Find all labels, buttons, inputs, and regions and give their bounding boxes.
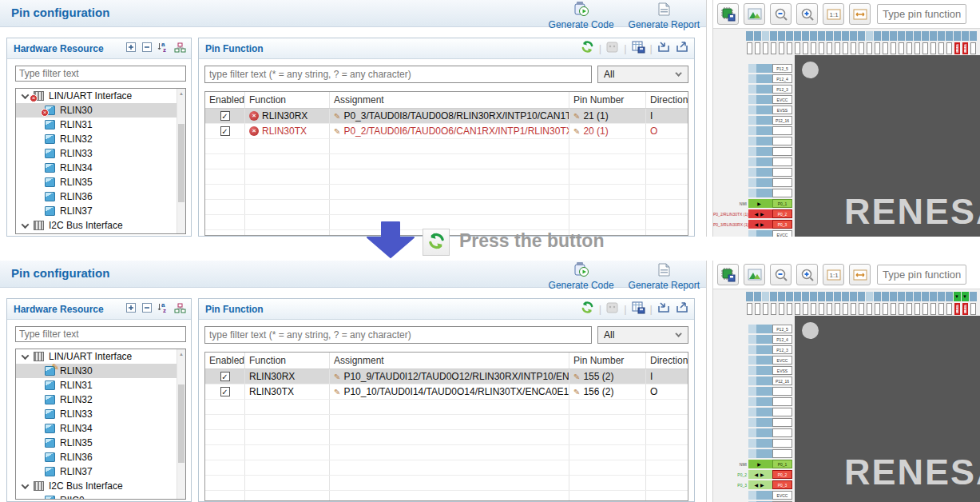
- package-pin[interactable]: [873, 31, 881, 54]
- package-pin[interactable]: NMI ▶ P0_1: [713, 459, 792, 469]
- package-pin[interactable]: [897, 31, 905, 54]
- tree-view-icon[interactable]: [174, 42, 186, 56]
- sort-az-icon[interactable]: az: [157, 301, 169, 317]
- chevron-down-icon[interactable]: [22, 91, 30, 99]
- package-pin[interactable]: EVCC: [713, 490, 792, 500]
- col-function[interactable]: Function: [245, 92, 330, 108]
- generate-report-button[interactable]: Generate Report: [629, 261, 700, 291]
- generate-code-button[interactable]: Generate Code: [549, 261, 614, 291]
- package-pin[interactable]: [857, 31, 865, 54]
- package-pin[interactable]: [713, 448, 792, 459]
- table-row[interactable]: RLIN30RX P0_3/TAUD0I8/TAUD0O8/RLIN30RX/I…: [205, 109, 688, 124]
- save-table-icon[interactable]: [632, 301, 645, 317]
- package-pin[interactable]: [777, 292, 785, 315]
- package-pin[interactable]: [945, 31, 953, 54]
- package-pin[interactable]: [809, 31, 817, 54]
- tree-view-icon[interactable]: [174, 302, 186, 317]
- package-pin[interactable]: [905, 292, 913, 315]
- tree-item[interactable]: RLIN36: [16, 189, 185, 204]
- scrollbar-thumb[interactable]: [178, 124, 184, 202]
- package-pin[interactable]: [841, 292, 849, 315]
- collapse-all-icon[interactable]: [141, 42, 153, 56]
- collapse-all-icon[interactable]: [141, 302, 153, 317]
- tree-item[interactable]: RLIN37: [16, 464, 185, 479]
- tree-item[interactable]: RLIN36: [16, 450, 185, 464]
- col-pin-number[interactable]: Pin Number: [569, 92, 646, 108]
- package-pin[interactable]: EVSS: [713, 105, 792, 115]
- package-pin[interactable]: [745, 292, 753, 315]
- filter-scope-dropdown[interactable]: All: [597, 326, 688, 344]
- package-pin[interactable]: [857, 292, 865, 315]
- package-pin[interactable]: [785, 292, 793, 315]
- chevron-down-icon[interactable]: [22, 352, 30, 360]
- col-direction[interactable]: Direction: [646, 353, 688, 369]
- package-pin[interactable]: [785, 31, 793, 54]
- tree-item[interactable]: RLIN35: [16, 175, 185, 189]
- pin-number-value[interactable]: 20 (1): [583, 126, 608, 137]
- package-pin[interactable]: P12_16: [713, 376, 792, 386]
- assignment-value[interactable]: P10_9/TAUD0I12/TAUD0O12/RLIN30RX/INTP10/…: [343, 371, 569, 382]
- package-pin[interactable]: EVCC: [713, 229, 792, 237]
- tree-item[interactable]: RLIN30: [16, 364, 185, 378]
- package-pin[interactable]: [713, 188, 792, 198]
- assignment-value[interactable]: P0_2/TAUD0I6/TAUD0O6/CAN1RX/INTP1/RLIN30…: [343, 126, 569, 137]
- zoom-out-button[interactable]: [770, 264, 792, 285]
- tree-item[interactable]: RLIN32: [16, 132, 185, 146]
- package-pin[interactable]: P12_4: [713, 334, 792, 345]
- scroll-up-icon[interactable]: ▲: [177, 349, 185, 358]
- tree-item[interactable]: RLIN31: [16, 118, 185, 132]
- enabled-checkbox[interactable]: [220, 126, 230, 136]
- package-pin[interactable]: [793, 31, 801, 54]
- col-pin-number[interactable]: Pin Number: [569, 353, 646, 369]
- tree-item[interactable]: RIIC0: [16, 493, 185, 500]
- package-pin[interactable]: [841, 31, 849, 54]
- package-pin[interactable]: [929, 292, 937, 315]
- zoom-in-button[interactable]: [796, 264, 818, 285]
- package-pin[interactable]: P12_5: [713, 63, 792, 74]
- package-pin[interactable]: [921, 31, 929, 54]
- package-pin[interactable]: [713, 428, 792, 438]
- package-pin[interactable]: [929, 31, 937, 54]
- table-row[interactable]: RLIN30TX P0_2/TAUD0I6/TAUD0O6/CAN1RX/INT…: [205, 124, 688, 139]
- package-pin[interactable]: [897, 292, 905, 315]
- import-icon[interactable]: [657, 41, 671, 57]
- col-enabled[interactable]: Enabled: [205, 92, 245, 108]
- package-pin[interactable]: [777, 31, 785, 54]
- package-pin[interactable]: P0_2/RLIN30TX (1) ◀▶ P0_2: [713, 209, 792, 219]
- package-pin[interactable]: [865, 31, 873, 54]
- package-pin[interactable]: [713, 177, 792, 188]
- package-pin[interactable]: EVCC: [713, 94, 792, 105]
- scroll-up-icon[interactable]: ▲: [177, 89, 185, 98]
- package-pin[interactable]: [849, 31, 857, 54]
- package-pin[interactable]: [745, 31, 753, 54]
- tree-item[interactable]: RLIN33: [16, 146, 185, 161]
- pin-function-search-input[interactable]: [877, 4, 966, 24]
- tree-item[interactable]: RLIN31: [16, 378, 185, 392]
- zoom-actual-size-button[interactable]: 1:1: [823, 264, 844, 285]
- package-pin[interactable]: [889, 292, 897, 315]
- panel-splitter[interactable]: [706, 261, 713, 502]
- package-pin[interactable]: [833, 31, 841, 54]
- tree-item[interactable]: RLIN30: [16, 103, 185, 118]
- package-pin[interactable]: P10_9: [953, 31, 961, 54]
- package-pin[interactable]: [865, 292, 873, 315]
- expand-all-icon[interactable]: [125, 302, 137, 317]
- package-pin[interactable]: [713, 407, 792, 417]
- package-pin[interactable]: [713, 146, 792, 157]
- col-direction[interactable]: Direction: [646, 92, 688, 108]
- package-pin[interactable]: [913, 292, 921, 315]
- tree-item[interactable]: RLIN34: [16, 421, 185, 436]
- package-pin[interactable]: P0_3 ◀▶ P0_3: [713, 480, 792, 490]
- package-pin[interactable]: [801, 292, 809, 315]
- pin-number-value[interactable]: 156 (2): [583, 386, 613, 397]
- package-pin[interactable]: P10_10: [961, 292, 969, 315]
- package-view[interactable]: RENESAS: [713, 289, 980, 502]
- fit-to-view-button[interactable]: [849, 3, 871, 25]
- pin-function-search-input[interactable]: [877, 265, 966, 285]
- tree-item[interactable]: LIN/UART Interface: [16, 349, 185, 364]
- tree-item[interactable]: I2C Bus Interface: [16, 479, 185, 493]
- package-pin[interactable]: [713, 386, 792, 396]
- package-pin[interactable]: [801, 31, 809, 54]
- package-pin[interactable]: [769, 292, 777, 315]
- package-pin[interactable]: NMI ▶ P0_1: [713, 198, 792, 209]
